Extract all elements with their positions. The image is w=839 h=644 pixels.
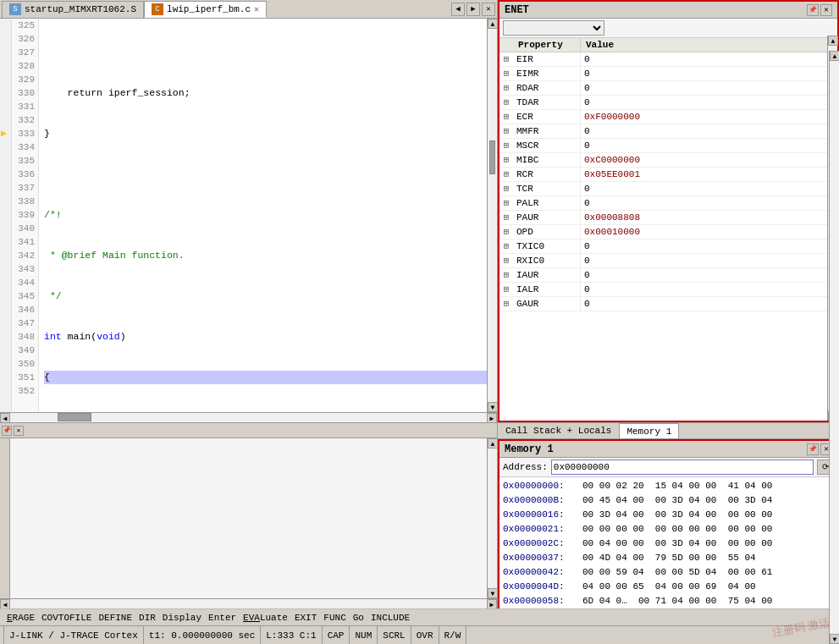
tab-label-startup: startup_MIMXRT1062.S: [25, 4, 136, 14]
bl-scroll-up[interactable]: ▲: [488, 438, 498, 449]
bl-scroll-down[interactable]: ▼: [488, 588, 498, 598]
prop-value-iaur: 0: [581, 268, 837, 282]
prop-row-eir[interactable]: ⊞ EIR 0: [500, 52, 837, 67]
prop-row-paur[interactable]: ⊞ PAUR 0x00008808: [500, 211, 837, 225]
expand-tdar[interactable]: ⊞: [500, 96, 513, 109]
prop-row-eimr[interactable]: ⊞ EIMR 0: [500, 67, 837, 81]
expand-palr[interactable]: ⊞: [500, 196, 513, 210]
cmd-exit[interactable]: EXIT: [291, 613, 320, 623]
expand-mmfr[interactable]: ⊞: [500, 124, 513, 138]
bottom-row: 📌 ✕ ▲ ▼ ◀ ▶: [0, 422, 839, 608]
prop-row-iaur[interactable]: ⊞ IAUR 0: [500, 268, 837, 283]
bl-scrollbar-h[interactable]: ◀ ▶: [0, 598, 497, 608]
scroll-h-thumb[interactable]: [58, 413, 91, 421]
scroll-down-arrow[interactable]: ▼: [488, 402, 497, 412]
expand-txic0[interactable]: ⊞: [500, 239, 513, 253]
prop-value-gaur: 0: [581, 297, 837, 311]
tab-lwip[interactable]: C lwip_iperf_bm.c ✕: [144, 1, 267, 18]
prop-name-mibc: MIBC: [513, 153, 581, 167]
expand-eir[interactable]: ⊞: [500, 52, 513, 66]
prop-row-ialr[interactable]: ⊞ IALR 0: [500, 283, 837, 297]
tab-call-stack[interactable]: Call Stack + Locals: [498, 423, 619, 438]
cmd-erage[interactable]: ERAGE: [3, 613, 38, 623]
prop-row-rxic0[interactable]: ⊞ RXIC0 0: [500, 254, 837, 268]
tab-controls: ◀ ▶ ✕: [451, 3, 495, 16]
enet-pin-btn[interactable]: 📌: [807, 4, 819, 16]
tab-close-lwip[interactable]: ✕: [254, 4, 259, 14]
expand-ecr[interactable]: ⊞: [500, 110, 513, 124]
expand-ialr[interactable]: ⊞: [500, 283, 513, 296]
bl-scroll-right[interactable]: ▶: [487, 599, 497, 608]
tab-scroll-left[interactable]: ◀: [451, 3, 465, 16]
cmd-func[interactable]: FUNC: [320, 613, 349, 623]
prop-row-mscr[interactable]: ⊞ MSCR 0: [500, 139, 837, 153]
expand-rdar[interactable]: ⊞: [500, 81, 513, 95]
bl-scrollbar[interactable]: ▲ ▼: [487, 438, 497, 598]
scroll-thumb[interactable]: [489, 140, 495, 174]
mem-scroll-down[interactable]: ▼: [830, 634, 839, 644]
prop-name-eimr: EIMR: [513, 67, 581, 80]
mem-bytes-6: 00 00 59 04 00 00 5D 04 00 00 61: [582, 565, 834, 580]
prop-row-mibc[interactable]: ⊞ MIBC 0xC0000000: [500, 153, 837, 168]
expand-opd[interactable]: ⊞: [500, 225, 513, 239]
cmd-define[interactable]: DEFINE: [95, 613, 135, 623]
enet-close-btn[interactable]: ✕: [820, 4, 832, 16]
prop-row-tcr[interactable]: ⊞ TCR 0: [500, 182, 837, 196]
cmd-display[interactable]: Display: [159, 613, 205, 623]
prop-row-rdar[interactable]: ⊞ RDAR 0: [500, 81, 837, 96]
memory-title-bar: Memory 1 📌 ✕: [500, 441, 837, 458]
expand-iaur[interactable]: ⊞: [500, 268, 513, 282]
refresh-icon: ⟳: [822, 462, 829, 472]
code-line-331: */: [44, 289, 487, 303]
prop-row-opd[interactable]: ⊞ OPD 0x00010000: [500, 225, 837, 239]
prop-row-txic0[interactable]: ⊞ TXIC0 0: [500, 239, 837, 254]
expand-eimr[interactable]: ⊞: [500, 67, 513, 80]
expand-mscr[interactable]: ⊞: [500, 139, 513, 152]
expand-rxic0[interactable]: ⊞: [500, 254, 513, 267]
memory-scrollbar-v[interactable]: ▲ ▼: [829, 51, 839, 644]
mem-addr-3: 0x00000021:: [503, 522, 579, 537]
cmd-enter[interactable]: Enter: [205, 613, 240, 623]
cmd-evaluate[interactable]: EVALuate: [240, 613, 291, 623]
tab-close-all[interactable]: ✕: [482, 3, 495, 16]
cmd-go[interactable]: Go: [350, 613, 367, 623]
memory-address-input[interactable]: [551, 460, 814, 475]
enet-dropdown[interactable]: [503, 20, 604, 36]
mem-scroll-up[interactable]: ▲: [830, 51, 839, 61]
prop-row-rcr[interactable]: ⊞ RCR 0x05EE0001: [500, 168, 837, 182]
cmd-include[interactable]: INCLUDE: [367, 613, 413, 623]
code-scrollbar-h[interactable]: ◀ ▶: [0, 412, 497, 422]
status-position: L:333 C:1: [261, 626, 322, 644]
expand-gaur[interactable]: ⊞: [500, 297, 513, 311]
expand-paur[interactable]: ⊞: [500, 211, 513, 224]
tab-memory1[interactable]: Memory 1: [619, 423, 679, 438]
tab-startup[interactable]: S startup_MIMXRT1062.S: [2, 1, 144, 18]
scroll-up-arrow[interactable]: ▲: [488, 19, 497, 29]
bl-indicator: [0, 438, 10, 598]
expand-rcr[interactable]: ⊞: [500, 168, 513, 181]
expand-tcr[interactable]: ⊞: [500, 182, 513, 195]
mem-addr-5: 0x00000037:: [503, 551, 579, 565]
code-line-325: [44, 46, 487, 59]
prop-row-gaur[interactable]: ⊞ GAUR 0: [500, 297, 837, 311]
code-scrollbar-v[interactable]: ▲ ▼: [487, 19, 497, 412]
prop-row-ecr[interactable]: ⊞ ECR 0xF0000000: [500, 110, 837, 124]
bl-close-btn[interactable]: ✕: [14, 426, 24, 436]
bl-scroll-left[interactable]: ◀: [0, 599, 10, 608]
prop-row-tdar[interactable]: ⊞ TDAR 0: [500, 96, 837, 110]
code-area[interactable]: return iperf_session; } /*! * @brief Mai…: [39, 19, 487, 412]
prop-name-ecr: ECR: [513, 110, 581, 124]
expand-mibc[interactable]: ⊞: [500, 153, 513, 167]
bl-pin-btn[interactable]: 📌: [2, 426, 12, 436]
right-panel: ENET 📌 ✕ Property Value: [498, 0, 839, 422]
prop-row-mmfr[interactable]: ⊞ MMFR 0: [500, 124, 837, 139]
enet-scroll-up[interactable]: ▲: [828, 36, 838, 46]
cmd-covtofile[interactable]: COVTOFILE: [38, 613, 95, 623]
memory-pin-btn[interactable]: 📌: [807, 443, 819, 455]
code-content: ▶ 325 326 327 328 329 330 331 332 333 33…: [0, 19, 497, 412]
prop-row-palr[interactable]: ⊞ PALR 0: [500, 196, 837, 211]
mem-bytes-0: 00 00 02 20 15 04 00 00 41 04 00: [582, 479, 834, 493]
cmd-dir[interactable]: DIR: [135, 613, 159, 623]
tab-scroll-right[interactable]: ▶: [466, 3, 480, 16]
mem-addr-1: 0x0000000B:: [503, 493, 579, 508]
